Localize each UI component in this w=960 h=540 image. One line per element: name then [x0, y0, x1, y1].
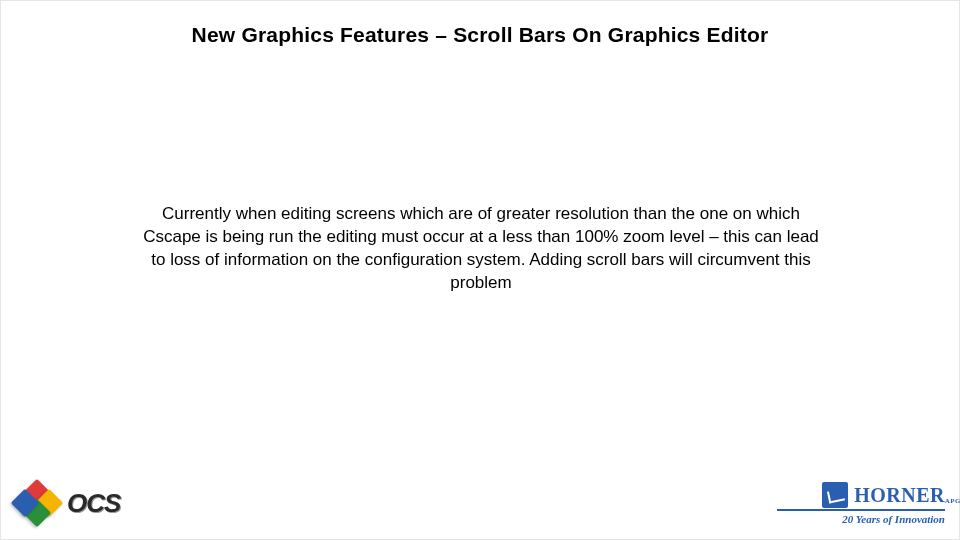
ocs-logo-text: OCS [67, 488, 120, 519]
horner-divider [777, 509, 945, 511]
ocs-logo: OCS [15, 481, 120, 525]
horner-name-text: HORNER [854, 484, 945, 506]
horner-apg-text: APG [945, 497, 960, 505]
horner-tagline: 20 Years of Innovation [842, 513, 945, 525]
ocs-mark-icon [15, 481, 61, 525]
horner-logo-row: HORNER APG [822, 482, 945, 508]
slide: New Graphics Features – Scroll Bars On G… [0, 0, 960, 540]
horner-mark-icon [822, 482, 848, 508]
horner-logo-name: HORNER APG [854, 484, 945, 507]
horner-logo: HORNER APG 20 Years of Innovation [777, 482, 945, 525]
slide-title: New Graphics Features – Scroll Bars On G… [1, 23, 959, 47]
slide-body-text: Currently when editing screens which are… [136, 203, 826, 295]
